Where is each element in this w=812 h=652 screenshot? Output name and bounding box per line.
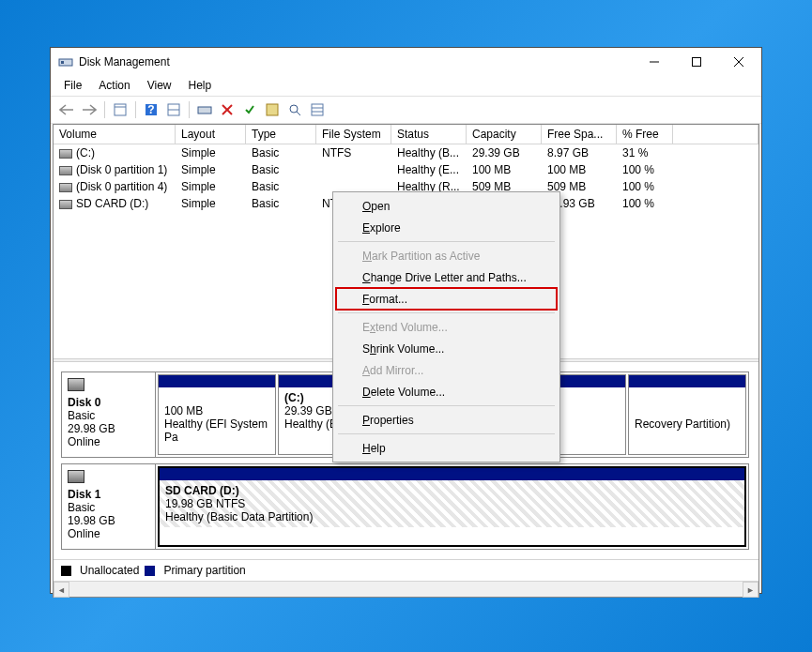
svg-rect-12 [198, 107, 211, 114]
legend-swatch-primary [145, 566, 155, 576]
maximize-button[interactable] [675, 48, 717, 75]
legend-label-unallocated: Unallocated [80, 564, 139, 577]
menu-view[interactable]: View [140, 77, 179, 94]
ctx-change-letter[interactable]: Change Drive Letter and Paths... [336, 266, 557, 288]
titlebar[interactable]: Disk Management [51, 48, 761, 75]
col-type[interactable]: Type [246, 125, 316, 144]
toolbar-list-icon[interactable] [307, 99, 328, 120]
toolbar: ? [51, 96, 761, 124]
svg-rect-15 [267, 104, 278, 115]
menu-separator [338, 312, 555, 313]
disk-size: 29.98 GB [68, 422, 115, 435]
menu-separator [338, 405, 555, 406]
menu-separator [338, 433, 555, 434]
col-pctfree[interactable]: % Free [617, 125, 673, 144]
col-volume[interactable]: Volume [54, 125, 176, 144]
disk-state: Online [68, 435, 100, 448]
menu-help[interactable]: Help [181, 77, 220, 94]
partition[interactable]: Recovery Partition) [628, 374, 746, 455]
toolbar-partition-icon[interactable] [262, 99, 283, 120]
partition[interactable]: 100 MB Healthy (EFI System Pa [158, 374, 276, 455]
col-blank [673, 125, 758, 144]
svg-rect-6 [115, 104, 126, 115]
disk-size: 19.98 GB [68, 514, 115, 527]
legend-swatch-unallocated [61, 566, 71, 576]
ctx-help[interactable]: Help [336, 437, 557, 459]
toolbar-settings-icon[interactable] [110, 99, 130, 120]
volume-table-header: Volume Layout Type File System Status Ca… [54, 125, 758, 144]
svg-rect-1 [61, 61, 64, 64]
scroll-right-icon[interactable]: ► [743, 582, 758, 598]
forward-button[interactable] [79, 99, 100, 120]
disk-icon [68, 470, 84, 483]
svg-rect-3 [692, 57, 700, 66]
partition-header-bar [629, 375, 745, 387]
col-layout[interactable]: Layout [176, 125, 246, 144]
svg-rect-18 [312, 104, 323, 115]
svg-point-16 [290, 105, 298, 113]
help-icon[interactable]: ? [141, 99, 161, 120]
drive-icon [59, 183, 72, 192]
minimize-button[interactable] [633, 48, 675, 75]
table-row[interactable]: (C:) Simple Basic NTFS Healthy (B... 29.… [54, 144, 758, 161]
ctx-properties[interactable]: Properties [336, 409, 557, 431]
partition-header-bar [159, 375, 275, 387]
col-capacity[interactable]: Capacity [467, 125, 542, 144]
col-status[interactable]: Status [391, 125, 467, 144]
drive-icon [59, 149, 72, 159]
ctx-shrink[interactable]: Shrink Volume... [336, 338, 557, 359]
disk-row-1: Disk 1 Basic 19.98 GB Online SD CARD (D:… [61, 463, 749, 550]
ctx-explore[interactable]: Explore [336, 217, 557, 238]
svg-text:?: ? [147, 103, 154, 116]
disk-type: Basic [68, 409, 95, 422]
check-icon[interactable] [239, 99, 260, 120]
disk-icon [68, 378, 84, 391]
svg-line-17 [297, 112, 300, 115]
drive-icon [59, 200, 72, 209]
legend: Unallocated Primary partition [54, 559, 758, 581]
col-freespace[interactable]: Free Spa... [542, 125, 617, 144]
toolbar-layout-icon[interactable] [163, 99, 184, 120]
ctx-extend: Extend Volume... [336, 316, 557, 338]
partition-header-bar [160, 468, 744, 480]
close-button[interactable] [717, 48, 759, 75]
app-icon [58, 54, 73, 69]
ctx-open[interactable]: Open [336, 195, 557, 217]
ctx-delete[interactable]: Delete Volume... [336, 381, 557, 402]
menu-action[interactable]: Action [91, 77, 137, 94]
menu-separator [338, 241, 555, 242]
back-button[interactable] [56, 99, 77, 120]
disk-label[interactable]: Disk 1 Basic 19.98 GB Online [62, 464, 156, 549]
menu-file[interactable]: File [56, 77, 89, 94]
legend-label-primary: Primary partition [163, 564, 245, 577]
disk-name: Disk 0 [68, 396, 100, 409]
ctx-format[interactable]: Format... [336, 288, 557, 310]
scroll-left-icon[interactable]: ◄ [54, 582, 69, 598]
table-row[interactable]: (Disk 0 partition 1) Simple Basic Health… [54, 161, 758, 178]
window-title: Disk Management [79, 55, 633, 68]
delete-icon[interactable] [217, 99, 237, 120]
menubar: File Action View Help [51, 75, 761, 96]
disk-state: Online [68, 527, 100, 540]
ctx-add-mirror: Add Mirror... [336, 359, 557, 381]
horizontal-scrollbar[interactable]: ◄ ► [54, 581, 758, 597]
toolbar-disk-icon[interactable] [194, 99, 215, 120]
search-icon[interactable] [284, 99, 305, 120]
partition-selected[interactable]: SD CARD (D:) 19.98 GB NTFS Healthy (Basi… [158, 466, 746, 547]
disk-label[interactable]: Disk 0 Basic 29.98 GB Online [62, 372, 156, 457]
drive-icon [59, 166, 72, 175]
disk-name: Disk 1 [68, 488, 100, 501]
ctx-mark-active: Mark Partition as Active [336, 245, 557, 266]
col-filesystem[interactable]: File System [316, 125, 391, 144]
disk-type: Basic [68, 501, 95, 514]
context-menu: Open Explore Mark Partition as Active Ch… [332, 191, 560, 462]
